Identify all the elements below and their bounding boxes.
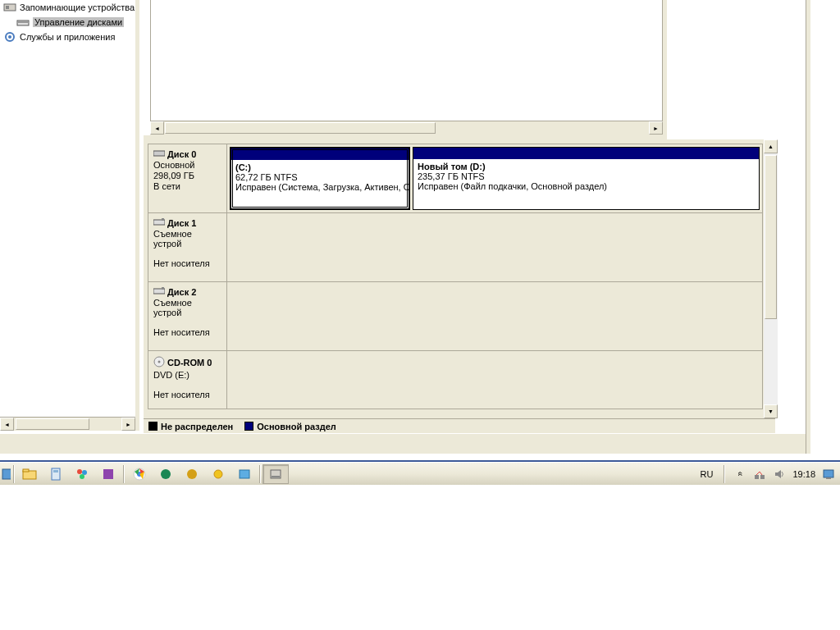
- disk-status: Нет носителя: [153, 327, 221, 337]
- taskbar-app-green[interactable]: [153, 464, 179, 484]
- svg-point-19: [82, 470, 87, 475]
- cdrom-icon: [153, 356, 165, 369]
- scroll-track[interactable]: [14, 418, 121, 431]
- scroll-thumb[interactable]: [16, 418, 89, 430]
- taskbar-running-diskmgmt[interactable]: [262, 464, 289, 484]
- tree-label: Службы и приложения: [20, 32, 115, 42]
- disk-name: Диск 0: [167, 149, 196, 159]
- svg-rect-31: [760, 475, 765, 479]
- scroll-up-button[interactable]: [764, 139, 778, 153]
- svg-rect-15: [23, 469, 29, 472]
- show-desktop-icon[interactable]: [822, 468, 835, 481]
- svg-line-32: [756, 472, 760, 475]
- disk-status: Нет носителя: [153, 258, 221, 268]
- language-indicator[interactable]: RU: [698, 468, 716, 480]
- scroll-thumb[interactable]: [165, 122, 436, 134]
- taskbar-separator: [13, 465, 15, 483]
- disk-row: Диск 2 Съемное устрой Нет носителя: [148, 282, 762, 351]
- svg-rect-35: [824, 470, 833, 477]
- systray: RU 19:18: [698, 465, 840, 483]
- svg-rect-13: [2, 469, 11, 479]
- scroll-track[interactable]: [764, 153, 778, 404]
- svg-rect-8: [162, 218, 164, 221]
- systray-expand-icon[interactable]: [733, 468, 746, 481]
- svg-rect-21: [103, 469, 113, 479]
- volume-header: [231, 148, 409, 160]
- taskbar-app-paint[interactable]: [69, 464, 95, 484]
- taskbar-app-yellow[interactable]: [179, 464, 205, 484]
- volume-header: [413, 148, 759, 159]
- scroll-track[interactable]: [164, 121, 649, 135]
- disk-volumes: [227, 282, 762, 350]
- legend-swatch-primary: [244, 422, 253, 431]
- tree-item-storage[interactable]: Запоминающие устройства: [0, 0, 135, 15]
- disk-volumes: [227, 351, 762, 409]
- disk-name: CD-ROM 0: [167, 358, 212, 368]
- svg-rect-29: [272, 476, 280, 477]
- disk-type: DVD (E:): [153, 370, 221, 380]
- list-hscroll[interactable]: [150, 121, 663, 135]
- disk-vscroll[interactable]: [764, 139, 778, 418]
- window-frame-right: [806, 0, 810, 454]
- svg-point-24: [161, 469, 171, 479]
- svg-point-20: [80, 474, 84, 479]
- window-statusbar: [0, 433, 810, 454]
- svg-rect-30: [755, 475, 759, 479]
- tree-label: Запоминающие устройства: [20, 2, 135, 12]
- disk-header[interactable]: CD-ROM 0 DVD (E:) Нет носителя: [148, 351, 227, 409]
- volume-icon[interactable]: [773, 468, 786, 481]
- disk-volumes: [227, 213, 762, 281]
- volume-status: Исправен (Система, Загрузка, Активен, О: [235, 182, 404, 192]
- scroll-thumb[interactable]: [765, 155, 777, 319]
- splitter-vertical[interactable]: [135, 0, 139, 431]
- disk-name: Диск 2: [167, 287, 196, 297]
- taskbar-app-1[interactable]: [0, 464, 11, 484]
- disk-size: 298,09 ГБ: [153, 171, 221, 180]
- disk-row: CD-ROM 0 DVD (E:) Нет носителя: [148, 351, 762, 409]
- legend-label: Не распределен: [161, 422, 233, 431]
- taskbar-separator: [123, 465, 125, 483]
- svg-point-12: [158, 361, 161, 363]
- svg-point-18: [77, 469, 82, 474]
- scroll-left-button[interactable]: [0, 418, 14, 431]
- taskbar-app-orange[interactable]: [205, 464, 231, 484]
- svg-rect-36: [826, 477, 831, 479]
- disk-header[interactable]: Диск 0 Основной 298,09 ГБ В сети: [148, 144, 227, 212]
- volume-fs: 62,72 ГБ NTFS: [235, 172, 404, 182]
- taskbar-app-purple[interactable]: [95, 464, 121, 484]
- disk-icon: [16, 16, 30, 29]
- taskbar-buttons: [0, 464, 289, 484]
- scroll-left-button[interactable]: [150, 121, 164, 135]
- disk-header[interactable]: Диск 1 Съемное устрой Нет носителя: [148, 213, 227, 281]
- disk-header[interactable]: Диск 2 Съемное устрой Нет носителя: [148, 282, 227, 350]
- svg-rect-6: [153, 151, 165, 156]
- disk-type: Съемное устрой: [153, 229, 221, 249]
- taskbar-app-blue[interactable]: [231, 464, 258, 484]
- taskbar-calc[interactable]: [43, 464, 69, 484]
- svg-line-33: [760, 472, 762, 475]
- volume-status: Исправен (Файл подкачки, Основной раздел…: [418, 181, 755, 191]
- scroll-right-button[interactable]: [121, 418, 135, 431]
- svg-point-26: [214, 470, 222, 478]
- systray-separator: [724, 465, 725, 483]
- scroll-down-button[interactable]: [764, 404, 778, 418]
- storage-icon: [3, 1, 16, 14]
- volume-title: Новый том (D:): [418, 162, 755, 171]
- taskbar-explorer[interactable]: [16, 464, 43, 484]
- disk-type: Съемное устрой: [153, 298, 221, 317]
- clock[interactable]: 19:18: [792, 469, 815, 479]
- scroll-right-button[interactable]: [649, 121, 663, 135]
- svg-rect-10: [162, 287, 164, 290]
- disk-row: Диск 1 Съемное устрой Нет носителя: [148, 213, 762, 282]
- disk-status: В сети: [153, 181, 221, 191]
- network-icon[interactable]: [753, 468, 766, 481]
- taskbar-chrome[interactable]: [126, 464, 153, 484]
- tree-item-disk-mgmt[interactable]: Управление дисками: [0, 15, 135, 30]
- tree-item-services[interactable]: Службы и приложения: [0, 30, 135, 44]
- svg-point-5: [8, 35, 11, 39]
- volume-title: (C:): [235, 162, 404, 172]
- tree-hscroll[interactable]: [0, 417, 135, 431]
- volume-c[interactable]: (C:) 62,72 ГБ NTFS Исправен (Система, За…: [230, 147, 410, 210]
- volume-d[interactable]: Новый том (D:) 235,37 ГБ NTFS Исправен (…: [413, 147, 760, 210]
- removable-icon: [153, 218, 165, 228]
